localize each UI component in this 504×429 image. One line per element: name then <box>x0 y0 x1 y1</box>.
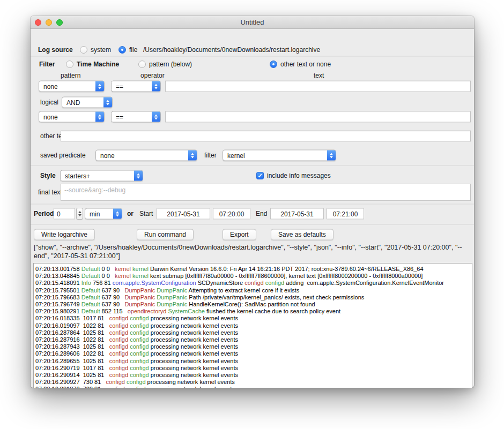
run-command-button[interactable]: Run command <box>137 229 194 240</box>
radio-file[interactable] <box>118 46 126 54</box>
other-text-field[interactable] <box>61 131 471 142</box>
window-title: Untitled <box>240 18 264 26</box>
radio-pattern[interactable] <box>138 61 146 68</box>
divider <box>31 224 474 225</box>
period-label: Period <box>34 210 54 217</box>
log-line: 07:20:16.019097 1022 81 configd configd … <box>35 322 470 329</box>
period-row: Period min or Start End <box>34 208 471 220</box>
pattern-select-2-value: none <box>39 113 95 121</box>
log-source-label: Log source <box>38 46 73 54</box>
chevron-up-down-icon <box>188 150 197 161</box>
saved-predicate-select[interactable]: none <box>95 150 197 161</box>
period-value-field[interactable] <box>54 208 75 220</box>
radio-other-text-label: other text or none <box>280 61 331 68</box>
log-line: 07:20:15.418091 Info 756 81 com.apple.Sy… <box>35 280 470 287</box>
buttons-row: Write logarchive Run command Export Save… <box>34 229 471 240</box>
pattern-labels-row: pattern operator text <box>34 72 471 79</box>
include-info-checkbox[interactable]: ✓ <box>256 172 264 179</box>
filter-label: Filter <box>39 61 55 68</box>
minimize-button[interactable] <box>46 19 52 26</box>
chevron-up-down-icon <box>327 150 336 161</box>
radio-pattern-label: pattern (below) <box>149 61 192 68</box>
saved-predicate-row: saved predicate none filter kernel <box>34 149 471 161</box>
divider <box>31 204 474 205</box>
pattern-row-1: none == <box>34 80 471 92</box>
end-time-field[interactable] <box>327 208 364 220</box>
pattern-select-1-value: none <box>39 82 95 90</box>
filter-select-label: filter <box>204 152 217 159</box>
operator-select-2-value: == <box>112 113 152 121</box>
start-time-field[interactable] <box>213 208 250 220</box>
log-line: 07:20:16.290719 1017 81 configd configd … <box>35 365 470 372</box>
operator-column-label: operator <box>140 72 165 79</box>
logical-select[interactable]: AND <box>62 97 113 108</box>
final-text-label: final text <box>38 189 62 196</box>
period-unit-value: min <box>85 210 113 217</box>
window-content: Log source system file /Users/hoakley/Do… <box>34 29 471 388</box>
log-line: 07:20:15.980291 Default 852 115 opendire… <box>35 308 470 315</box>
radio-time-machine-label: Time Machine <box>77 61 119 68</box>
radio-other-text[interactable] <box>270 61 277 68</box>
divider <box>31 165 474 166</box>
other-text-row: other text <box>34 130 471 142</box>
save-as-defaults-button[interactable]: Save as defaults <box>271 229 333 240</box>
start-date-field[interactable] <box>157 208 210 220</box>
write-logarchive-button[interactable]: Write logarchive <box>34 229 95 240</box>
logical-row: logical AND <box>34 96 471 108</box>
operator-select-1[interactable]: == <box>111 81 161 92</box>
log-output[interactable]: 07:20:13.001758 Default 0 0 kernel kerne… <box>33 263 472 388</box>
log-line: 07:20:16.289655 1025 81 configd configd … <box>35 358 470 365</box>
log-line: 07:20:16.287943 1025 81 configd configd … <box>35 343 470 350</box>
or-label: or <box>127 210 134 217</box>
pattern-select-2[interactable]: none <box>39 111 105 123</box>
zoom-button[interactable] <box>56 19 63 26</box>
chevron-up-down-icon <box>95 81 104 92</box>
log-line: 07:20:15.795501 Default 637 90 DumpPanic… <box>35 287 470 294</box>
pattern-text-field-2[interactable] <box>165 111 471 123</box>
export-button[interactable]: Export <box>223 229 256 240</box>
log-line: 07:20:16.018335 1017 81 configd configd … <box>35 315 470 322</box>
chevron-up-down-icon <box>95 112 104 122</box>
title-bar[interactable]: Untitled <box>31 16 474 29</box>
log-line: 07:20:13.048845 Default 0 0 kernel kerne… <box>35 273 470 280</box>
style-select[interactable]: starters+ <box>60 170 143 182</box>
operator-select-2[interactable]: == <box>111 111 161 123</box>
close-button[interactable] <box>35 19 41 26</box>
style-select-value: starters+ <box>61 172 134 179</box>
logical-label: logical <box>40 99 58 106</box>
log-line: 07:20:16.290914 1025 81 configd configd … <box>35 372 470 379</box>
end-date-field[interactable] <box>270 208 324 220</box>
saved-predicate-value: none <box>96 152 188 159</box>
radio-system[interactable] <box>80 46 87 54</box>
final-text-field[interactable] <box>61 184 471 201</box>
chevron-up-down-icon <box>152 112 160 122</box>
log-line: 07:20:16.289606 1022 81 configd configd … <box>35 350 470 357</box>
period-unit-select[interactable]: min <box>85 208 122 220</box>
log-line: 07:20:15.796683 Default 637 90 DumpPanic… <box>35 294 470 301</box>
log-line: 07:20:16.290927 730 81 configd configd p… <box>35 379 470 386</box>
filter-select[interactable]: kernel <box>223 150 336 161</box>
chevron-up-down-icon <box>103 97 112 108</box>
divider <box>31 56 474 57</box>
end-label: End <box>256 210 267 217</box>
pattern-row-2: none == <box>34 111 471 123</box>
style-row: Style starters+ ✓ include info messages <box>34 170 471 182</box>
desktop: Untitled Log source system file /Users/h… <box>0 0 504 429</box>
log-source-path: /Users/hoakley/Documents/0newDownloads/r… <box>143 46 320 54</box>
logical-select-value: AND <box>62 99 103 106</box>
command-preview-text: ["show", "--archive", "/Users/hoakley/Do… <box>34 243 470 260</box>
radio-system-label: system <box>91 46 111 54</box>
log-line: 07:20:16.291870 729 81 configd configd p… <box>35 386 470 388</box>
log-line: 07:20:16.287864 1025 81 configd configd … <box>35 329 470 336</box>
chevron-up-down-icon <box>113 209 122 219</box>
style-label: Style <box>40 172 56 179</box>
pattern-column-label: pattern <box>61 72 80 79</box>
pattern-select-1[interactable]: none <box>39 81 105 92</box>
filter-select-value: kernel <box>223 152 327 159</box>
period-stepper[interactable] <box>76 208 83 220</box>
radio-time-machine[interactable] <box>66 61 73 68</box>
app-window: Untitled Log source system file /Users/h… <box>31 16 474 388</box>
chevron-up-down-icon <box>134 171 143 181</box>
log-line: 07:20:13.001758 Default 0 0 kernel kerne… <box>35 266 470 273</box>
pattern-text-field-1[interactable] <box>165 81 471 92</box>
